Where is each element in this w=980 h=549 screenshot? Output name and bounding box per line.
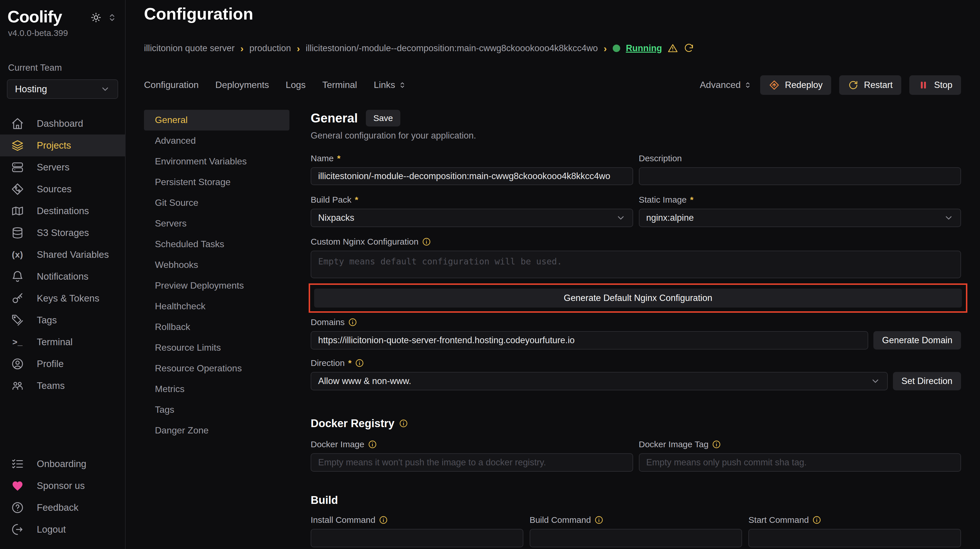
subnav-metrics[interactable]: Metrics	[144, 379, 290, 399]
sidebar-item-notifications[interactable]: Notifications	[0, 266, 125, 287]
info-icon[interactable]	[368, 440, 377, 449]
subnav-resource-operations[interactable]: Resource Operations	[144, 358, 290, 379]
info-icon[interactable]	[379, 516, 388, 525]
sidebar-item-sponsor-us[interactable]: Sponsor us	[0, 475, 125, 496]
subnav-persistent-storage[interactable]: Persistent Storage	[144, 172, 290, 193]
build-command-input[interactable]	[530, 529, 742, 547]
info-icon[interactable]	[348, 318, 357, 327]
key-icon	[11, 292, 24, 305]
breadcrumb-application[interactable]: illicitestonion/-module--decomposition:m…	[306, 43, 598, 54]
app-version: v4.0.0-beta.399	[0, 28, 125, 38]
sidebar-item-sources[interactable]: Sources	[0, 178, 125, 200]
subnav-rollback[interactable]: Rollback	[144, 317, 290, 337]
sidebar-item-label: Onboarding	[37, 458, 86, 469]
tab-terminal[interactable]: Terminal	[322, 80, 357, 90]
subnav-advanced[interactable]: Advanced	[144, 130, 290, 151]
section-heading-general: General	[311, 111, 358, 125]
name-input[interactable]	[311, 167, 633, 185]
status-badge[interactable]: Running	[626, 43, 662, 54]
section-heading-docker-registry: Docker Registry	[311, 417, 961, 430]
sidebar-item-label: Sponsor us	[37, 480, 85, 491]
sidebar-item-label: Shared Variables	[37, 249, 109, 260]
subnav-healthcheck[interactable]: Healthcheck	[144, 296, 290, 317]
sidebar-item-servers[interactable]: Servers	[0, 156, 125, 178]
stop-button[interactable]: Stop	[909, 75, 961, 95]
sidebar-item-label: Projects	[37, 140, 71, 151]
sidebar-item-destinations[interactable]: Destinations	[0, 200, 125, 222]
page-title: Configuration	[144, 5, 961, 23]
chevron-down-icon	[616, 213, 626, 223]
info-icon[interactable]	[712, 440, 721, 449]
general-form: General Save General configuration for y…	[311, 110, 961, 549]
advanced-dropdown[interactable]: Advanced	[700, 80, 752, 90]
tab-logs[interactable]: Logs	[286, 80, 305, 90]
sidebar-item-tags[interactable]: Tags	[0, 309, 125, 331]
sidebar-item-terminal[interactable]: >_ Terminal	[0, 331, 125, 353]
subnav-scheduled-tasks[interactable]: Scheduled Tasks	[144, 234, 290, 255]
description-input[interactable]	[639, 167, 961, 185]
nginx-config-textarea[interactable]	[311, 251, 961, 278]
team-select[interactable]: Hosting	[7, 80, 118, 99]
subnav-general[interactable]: General	[144, 110, 290, 130]
domains-input[interactable]	[311, 331, 868, 350]
map-icon	[11, 204, 24, 218]
font-size-toggle-icon[interactable]	[107, 12, 118, 24]
subnav-servers[interactable]: Servers	[144, 213, 290, 234]
info-icon[interactable]	[355, 358, 364, 368]
main-content: Configuration illicitonion quote server …	[126, 0, 980, 549]
sidebar-item-label: Terminal	[37, 337, 73, 347]
set-direction-button[interactable]: Set Direction	[893, 372, 961, 390]
docker-image-tag-input[interactable]	[639, 453, 961, 472]
refresh-icon[interactable]	[684, 43, 694, 54]
redeploy-button[interactable]: Redeploy	[760, 75, 831, 95]
theme-toggle-icon[interactable]	[91, 12, 102, 24]
chevrons-up-down-icon	[398, 81, 407, 89]
sidebar-item-teams[interactable]: Teams	[0, 375, 125, 397]
start-command-input[interactable]	[748, 529, 961, 547]
sidebar-item-profile[interactable]: Profile	[0, 353, 125, 375]
server-icon	[11, 161, 24, 174]
subnav-preview-deployments[interactable]: Preview Deployments	[144, 275, 290, 296]
section-subtitle: General configuration for your applicati…	[311, 130, 961, 141]
subnav-environment-variables[interactable]: Environment Variables	[144, 151, 290, 172]
sidebar-item-label: Tags	[37, 315, 57, 326]
tab-configuration[interactable]: Configuration	[144, 80, 199, 90]
tab-links[interactable]: Links	[374, 80, 407, 90]
generate-domain-button[interactable]: Generate Domain	[873, 331, 961, 350]
subnav-danger-zone[interactable]: Danger Zone	[144, 420, 290, 441]
sidebar-item-label: Sources	[37, 184, 72, 194]
sidebar-item-logout[interactable]: Logout	[0, 519, 125, 540]
build-pack-select[interactable]: Nixpacks	[311, 208, 633, 227]
subnav-git-source[interactable]: Git Source	[144, 193, 290, 213]
subnav-webhooks[interactable]: Webhooks	[144, 255, 290, 275]
sidebar-item-projects[interactable]: Projects	[0, 135, 125, 156]
sidebar-item-feedback[interactable]: Feedback	[0, 496, 125, 519]
sidebar-item-keys-tokens[interactable]: Keys & Tokens	[0, 287, 125, 309]
restart-button[interactable]: Restart	[839, 75, 901, 95]
sidebar-item-label: Servers	[37, 162, 70, 173]
static-image-select[interactable]: nginx:alpine	[639, 208, 961, 227]
sidebar-item-label: Teams	[37, 380, 65, 391]
info-icon[interactable]	[422, 237, 431, 246]
info-icon[interactable]	[399, 419, 408, 428]
sidebar-item-dashboard[interactable]: Dashboard	[0, 113, 125, 135]
subnav-resource-limits[interactable]: Resource Limits	[144, 337, 290, 358]
subnav-tags[interactable]: Tags	[144, 399, 290, 420]
generate-nginx-config-button[interactable]: Generate Default Nginx Configuration	[314, 289, 962, 307]
chevron-down-icon	[870, 376, 880, 386]
sidebar-item-onboarding[interactable]: Onboarding	[0, 453, 125, 475]
breadcrumb-project[interactable]: illicitonion quote server	[144, 43, 234, 54]
terminal-icon: >_	[11, 336, 24, 348]
sidebar-item-shared-variables[interactable]: (x) Shared Variables	[0, 244, 125, 266]
restart-icon	[848, 80, 859, 91]
direction-select[interactable]: Allow www & non-www.	[311, 372, 888, 390]
breadcrumb-environment[interactable]: production	[250, 43, 291, 54]
heart-icon	[11, 479, 24, 492]
info-icon[interactable]	[594, 516, 603, 525]
docker-image-input[interactable]	[311, 453, 633, 472]
save-button[interactable]: Save	[366, 110, 400, 126]
tab-deployments[interactable]: Deployments	[215, 80, 269, 90]
install-command-input[interactable]	[311, 529, 523, 547]
sidebar-item-s3-storages[interactable]: S3 Storages	[0, 222, 125, 244]
info-icon[interactable]	[812, 516, 821, 525]
